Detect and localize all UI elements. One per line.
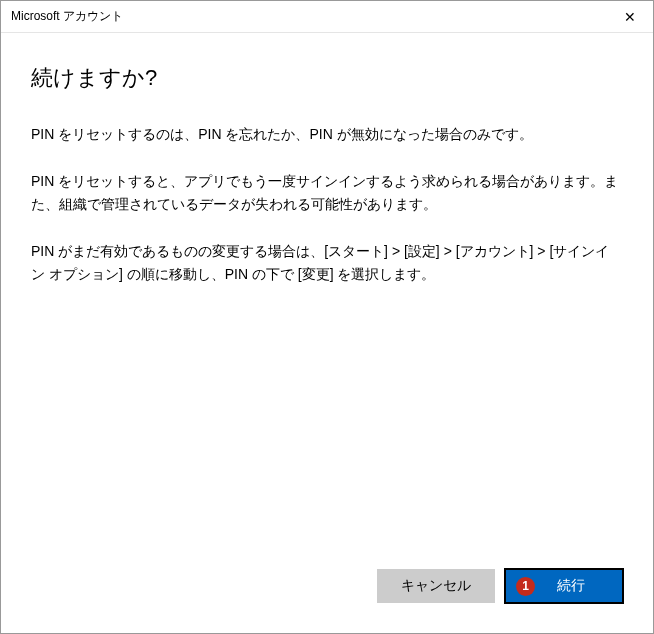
close-button[interactable]: ✕ <box>607 1 653 33</box>
spacer <box>31 310 623 569</box>
button-row: キャンセル 1 続行 <box>31 569 623 613</box>
dialog-window: Microsoft アカウント ✕ 続けますか? PIN をリセットするのは、P… <box>0 0 654 634</box>
paragraph-1: PIN をリセットするのは、PIN を忘れたか、PIN が無効になった場合のみで… <box>31 123 623 146</box>
cancel-button-label: キャンセル <box>401 577 471 595</box>
cancel-button[interactable]: キャンセル <box>377 569 495 603</box>
titlebar: Microsoft アカウント ✕ <box>1 1 653 33</box>
window-title: Microsoft アカウント <box>11 8 123 25</box>
annotation-badge: 1 <box>516 577 535 596</box>
continue-button-label: 続行 <box>557 577 585 595</box>
close-icon: ✕ <box>624 9 636 25</box>
paragraph-2: PIN をリセットすると、アプリでもう一度サインインするよう求められる場合があり… <box>31 170 623 216</box>
dialog-heading: 続けますか? <box>31 63 623 93</box>
content-area: 続けますか? PIN をリセットするのは、PIN を忘れたか、PIN が無効にな… <box>1 33 653 633</box>
continue-button[interactable]: 1 続行 <box>505 569 623 603</box>
paragraph-3: PIN がまだ有効であるものの変更する場合は、[スタート] > [設定] > [… <box>31 240 623 286</box>
